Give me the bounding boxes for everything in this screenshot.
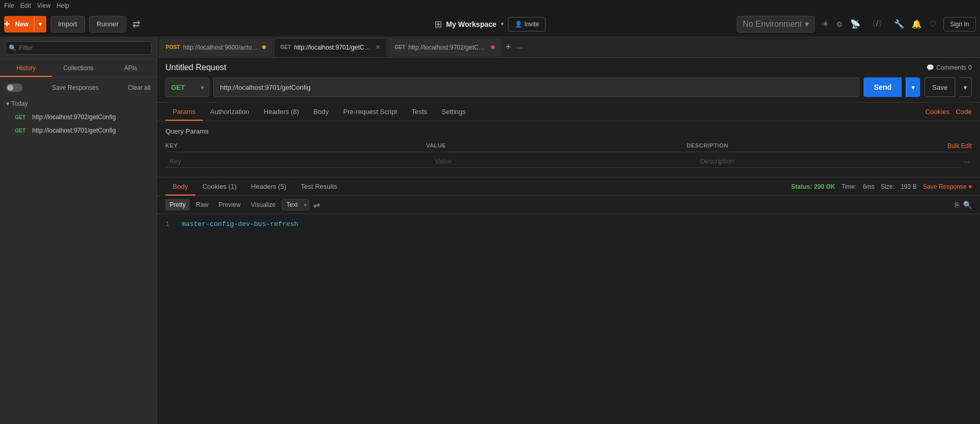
menu-view[interactable]: View — [37, 2, 50, 9]
request-tabs: Params Authorization Headers (8) Body Pr… — [157, 103, 980, 121]
tab-url-2: http://localhost:9702/getConfig — [409, 44, 488, 51]
sidebar-tab-apis[interactable]: APIs — [105, 59, 157, 77]
code-icon[interactable]: 〈/〉 — [868, 19, 886, 29]
workspace-name[interactable]: My Workspace — [446, 20, 497, 28]
sync-button[interactable]: ⇄ — [132, 19, 140, 30]
method-selector[interactable]: GET POST PUT DELETE PATCH ▾ — [165, 77, 209, 97]
runner-button[interactable]: Runner — [89, 16, 127, 32]
param-key-input[interactable] — [165, 155, 431, 168]
menu-file[interactable]: File — [4, 2, 14, 9]
history-item[interactable]: GET http://localhost:9702/getConfig — [0, 110, 157, 124]
workspace-chevron-icon[interactable]: ▾ — [501, 21, 504, 27]
copy-response-button[interactable]: ⎘ — [955, 201, 959, 209]
sidebar-tab-collections[interactable]: Collections — [52, 59, 104, 77]
resp-tab-cookies[interactable]: Cookies (1) — [195, 177, 244, 195]
toggle-knob — [7, 85, 13, 91]
req-tab-body[interactable]: Body — [306, 103, 336, 121]
env-settings-button[interactable]: ⚙ — [836, 20, 843, 28]
menu-edit[interactable]: Edit — [20, 2, 31, 9]
menu-help[interactable]: Help — [57, 2, 70, 9]
text-format-select[interactable]: Text — [282, 199, 309, 210]
method-dropdown[interactable]: GET POST PUT DELETE PATCH — [171, 84, 198, 91]
status-value: 200 OK — [814, 183, 835, 190]
sign-in-button[interactable]: Sign In — [943, 17, 976, 31]
request-tab-2[interactable]: GET http://localhost:9702/getConfig — [388, 38, 501, 57]
sidebar-content: Save Responses Clear all ▾ Today GET htt… — [0, 77, 157, 424]
heart-icon[interactable]: ♡ — [929, 19, 936, 29]
save-button[interactable]: Save — [924, 77, 955, 97]
today-chevron-icon: ▾ — [6, 100, 9, 107]
params-table-header: KEY VALUE DESCRIPTION Bulk Edit — [165, 140, 972, 152]
resp-tab-test-results[interactable]: Test Results — [294, 177, 345, 195]
word-wrap-button[interactable]: ⇌ — [313, 200, 320, 210]
new-label[interactable]: New — [10, 20, 34, 28]
req-tab-authorization[interactable]: Authorization — [203, 103, 257, 121]
bell-icon[interactable]: 🔔 — [911, 19, 922, 29]
time-label: Time: — [841, 183, 857, 190]
settings-icon[interactable]: 🔧 — [894, 19, 904, 29]
code-button[interactable]: Code — [956, 108, 972, 116]
save-response-label: Save Response — [923, 183, 967, 190]
request-tab-1[interactable]: GET http://localhost:9701/getConfig ✕ — [274, 38, 387, 57]
clear-all-button[interactable]: Clear all — [128, 84, 150, 91]
format-raw-button[interactable]: Raw — [192, 199, 212, 210]
response-content: 1 master-config-dev-bus-refresh — [157, 214, 980, 424]
response-tabs-bar: Body Cookies (1) Headers (5) Test Result… — [157, 177, 980, 196]
tab-add-button[interactable]: + — [502, 42, 514, 53]
today-header[interactable]: ▾ Today — [0, 97, 157, 110]
invite-button[interactable]: 👤 Invite — [508, 17, 546, 31]
new-dropdown-icon[interactable]: ▾ — [34, 16, 46, 32]
toolbar-left: ✚ New ▾ Import Runner ⇄ — [4, 16, 140, 32]
req-tab-pre-request[interactable]: Pre-request Script — [336, 103, 404, 121]
filter-input[interactable] — [5, 41, 151, 55]
radar-icon[interactable]: 📡 — [850, 19, 860, 29]
save-dropdown-button[interactable]: ▾ — [959, 77, 972, 97]
format-visualize-button[interactable]: Visualize — [247, 199, 280, 210]
send-button[interactable]: Send — [864, 77, 902, 97]
import-button[interactable]: Import — [50, 16, 85, 32]
url-input[interactable] — [213, 77, 859, 97]
save-response-button[interactable]: Save Response ▾ — [923, 183, 972, 190]
param-more-button[interactable]: ··· — [961, 157, 972, 166]
save-responses-toggle[interactable] — [6, 84, 23, 92]
resp-body-right: ⎘ 🔍 — [955, 201, 972, 209]
tab-more-button[interactable]: ··· — [515, 43, 526, 52]
tab-close-button[interactable]: ✕ — [376, 44, 380, 51]
tab-url-0: http://localhost:9600/actuator... — [183, 44, 259, 51]
param-value-input[interactable] — [431, 155, 696, 168]
format-pretty-button[interactable]: Pretty — [165, 199, 190, 210]
req-tab-params[interactable]: Params — [165, 103, 203, 121]
url-input-wrap — [213, 77, 859, 97]
new-button[interactable]: ✚ New ▾ — [4, 16, 46, 32]
cookies-button[interactable]: Cookies — [925, 108, 950, 116]
request-title: Untitled Request — [165, 63, 226, 72]
format-preview-button[interactable]: Preview — [214, 199, 245, 210]
comments-button[interactable]: 💬 Comments 0 — [926, 64, 972, 71]
env-visibility-button[interactable]: 👁 — [822, 20, 829, 28]
sidebar-search-area: 🔍 — [0, 37, 157, 59]
send-dropdown-button[interactable]: ▾ — [906, 77, 920, 97]
req-tab-headers[interactable]: Headers (8) — [257, 103, 307, 121]
req-tab-tests[interactable]: Tests — [404, 103, 434, 121]
history-url: http://localhost:9701/getConfig — [32, 127, 116, 134]
request-tab-0[interactable]: POST http://localhost:9600/actuator... — [159, 38, 273, 57]
sidebar-search-wrap: 🔍 — [5, 41, 151, 55]
environment-selector[interactable]: No Environment ▾ — [737, 16, 815, 32]
resp-tab-body[interactable]: Body — [165, 177, 195, 195]
req-tab-settings[interactable]: Settings — [434, 103, 473, 121]
tab-method-get-2: GET — [395, 44, 405, 50]
params-table: KEY VALUE DESCRIPTION Bulk Edit ··· — [165, 140, 972, 171]
env-label: No Environment — [742, 20, 802, 29]
comments-label: Comments — [936, 64, 966, 71]
response-meta: Status: 200 OK Time: 6ms Size: 193 B Sav… — [791, 183, 972, 190]
bulk-edit-button[interactable]: Bulk Edit — [948, 142, 972, 150]
description-column-header: DESCRIPTION — [687, 142, 948, 150]
search-response-button[interactable]: 🔍 — [963, 201, 972, 209]
history-item[interactable]: GET http://localhost:9701/getConfig — [0, 124, 157, 137]
resp-tab-headers[interactable]: Headers (5) — [244, 177, 294, 195]
param-desc-input[interactable] — [696, 155, 961, 168]
params-panel: Query Params KEY VALUE DESCRIPTION Bulk … — [157, 121, 980, 177]
toolbar: ✚ New ▾ Import Runner ⇄ ⊞ My Workspace ▾… — [0, 11, 980, 37]
sidebar-tab-history[interactable]: History — [0, 59, 52, 77]
save-responses-label: Save Responses — [52, 84, 99, 91]
